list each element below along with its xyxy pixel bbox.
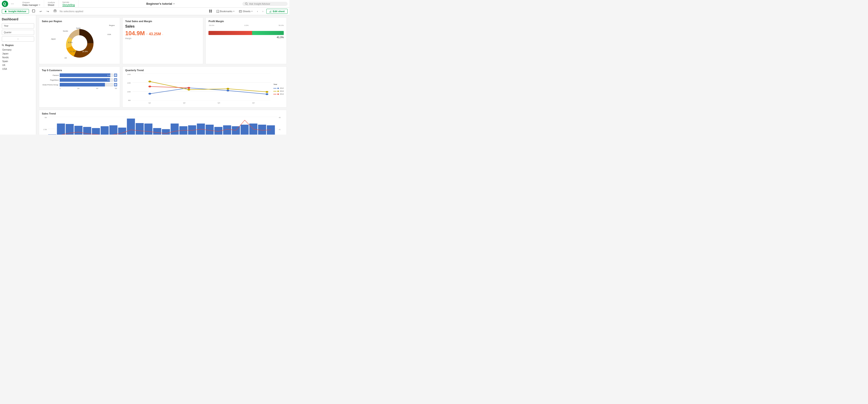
sales-per-region-card: Sales per Region Region Spain Nordic Jap… <box>39 18 120 64</box>
bar-icon-deak <box>114 83 117 86</box>
svg-line-3 <box>247 4 248 5</box>
nav-prepare[interactable]: Prepare Data manager ▾ <box>19 0 44 8</box>
more-filters[interactable]: ··· <box>2 36 34 41</box>
profit-axis: -50.0% 0.0% 50.0% <box>209 24 284 26</box>
sheets-button[interactable]: Sheets ▾ <box>238 9 254 13</box>
region-usa[interactable]: USA <box>2 67 34 71</box>
app-title-chevron: ▾ <box>174 3 175 5</box>
bookmark-icon <box>217 10 219 13</box>
fullscreen-button[interactable] <box>31 9 36 14</box>
svg-point-22 <box>71 35 87 51</box>
svg-text:26.9%: 26.9% <box>82 50 88 53</box>
svg-rect-66 <box>241 125 249 135</box>
edit-sheet-button[interactable]: Edit sheet <box>266 9 288 14</box>
next-sheet-button[interactable]: › <box>261 9 265 13</box>
svg-rect-51 <box>110 125 118 135</box>
bookmarks-chevron: ▾ <box>233 10 235 12</box>
svg-text:Q: Q <box>3 2 6 6</box>
svg-rect-54 <box>136 123 144 135</box>
sheets-chevron: ▾ <box>251 10 253 12</box>
svg-rect-47 <box>74 126 83 135</box>
svg-rect-58 <box>171 124 179 135</box>
usa-label: USA <box>107 33 111 35</box>
snapshot-button[interactable] <box>52 9 58 14</box>
bar-row-pagewave: PageWave 5.63M <box>42 78 117 82</box>
svg-rect-45 <box>57 124 65 135</box>
quarterly-trend-title: Quarterly Trend <box>125 69 284 72</box>
total-sales-margin-card: Total Sales and Margin Sales 104.9M - 43… <box>122 18 204 64</box>
toolbar-right: Bookmarks ▾ Sheets ▾ ‹ › Edit sheet <box>208 9 288 14</box>
sales-trend-card: Sales Trend 5M 2.5M 0 <box>39 110 287 135</box>
svg-point-36 <box>187 89 190 91</box>
ellipsis-menu[interactable]: ··· <box>9 1 15 6</box>
profit-bar-green <box>252 31 284 35</box>
year-filter[interactable]: Year <box>2 23 34 29</box>
svg-rect-12 <box>211 10 212 11</box>
region-nordic[interactable]: Nordic <box>2 56 34 59</box>
data-manager-arrow: ▾ <box>39 4 40 6</box>
ask-insight-search[interactable]: Ask Insight Advisor <box>242 2 288 6</box>
bar-row-paracel: Paracel 5.69M <box>42 73 117 77</box>
svg-point-20 <box>2 44 3 45</box>
prev-sheet-button[interactable]: ‹ <box>256 9 259 13</box>
svg-rect-62 <box>206 125 214 135</box>
quarterly-svg <box>132 73 271 100</box>
svg-rect-13 <box>209 11 210 12</box>
bar-icon-pagewave <box>114 78 117 81</box>
svg-rect-11 <box>209 10 210 11</box>
svg-point-39 <box>148 86 151 88</box>
sales-big-value: 104.9M <box>125 30 145 37</box>
sidebar: Dashboard Year Quarter ··· Region German… <box>0 15 36 135</box>
svg-text:45.5%: 45.5% <box>82 43 87 46</box>
snapshot-icon <box>54 9 57 12</box>
profit-bar-red <box>209 31 252 35</box>
edit-icon <box>269 10 272 13</box>
nav-narrate[interactable]: Narrate Storytelling <box>59 0 79 8</box>
quarter-filter[interactable]: Quarter <box>2 30 34 35</box>
region-legend-label: Region <box>109 24 115 26</box>
trend-svg <box>48 117 278 135</box>
svg-text:11.3%: 11.3% <box>70 50 75 53</box>
insight-advisor-button[interactable]: Insight Advisor <box>2 9 29 13</box>
svg-text:9.9%: 9.9% <box>68 41 72 43</box>
quarterly-x-axis: Q1 Q2 Q3 Q4 <box>132 102 271 104</box>
top-nav: Q ··· Prepare Data manager ▾ Analyze She… <box>0 0 289 8</box>
sales-label: Sales <box>125 24 200 29</box>
total-sales-margin-title: Total Sales and Margin <box>125 20 200 23</box>
undo-button[interactable]: ↩ <box>38 9 43 14</box>
top5-customers-card: Top 5 Customers Paracel 5.69M PageWave <box>39 66 120 107</box>
legend-2012: 2012 <box>273 87 284 89</box>
redo-button[interactable]: ↪ <box>45 9 51 14</box>
spain-label: Spain <box>76 27 81 29</box>
region-japan[interactable]: Japan <box>2 52 34 56</box>
svg-point-9 <box>55 10 56 11</box>
grid-view-button[interactable] <box>208 9 213 14</box>
bar-icon-paracel <box>114 74 117 77</box>
nordic-label: Nordic <box>63 30 68 32</box>
svg-rect-55 <box>145 124 153 135</box>
svg-point-40 <box>187 87 190 89</box>
svg-rect-53 <box>127 119 135 135</box>
margin-label: Margin <box>125 37 200 39</box>
legend-2013: 2013 <box>273 90 284 92</box>
nav-analyze[interactable]: Analyze Sheet <box>44 0 59 8</box>
quarterly-legend: Year 2012 2013 2014 <box>272 73 284 105</box>
dashboard-title: Dashboard <box>2 18 34 21</box>
region-germany[interactable]: Germany <box>2 48 34 52</box>
search-small-icon <box>2 44 4 46</box>
svg-rect-44 <box>48 134 56 135</box>
svg-marker-4 <box>4 10 7 12</box>
trend-y-right: 46 41 36 <box>279 117 284 135</box>
svg-rect-50 <box>101 126 109 135</box>
profit-value: 41.3% <box>209 36 284 39</box>
sheets-icon <box>239 10 242 13</box>
dash-separator: - <box>146 32 147 36</box>
bar-axis: 0 2M 4M 6M <box>42 88 117 89</box>
svg-rect-49 <box>92 128 100 135</box>
qlik-logo: Q <box>2 1 8 7</box>
region-header: Region <box>2 44 34 46</box>
region-spain[interactable]: Spain <box>2 59 34 63</box>
svg-point-38 <box>266 91 268 93</box>
region-uk[interactable]: UK <box>2 63 34 67</box>
bookmarks-button[interactable]: Bookmarks ▾ <box>215 9 236 13</box>
